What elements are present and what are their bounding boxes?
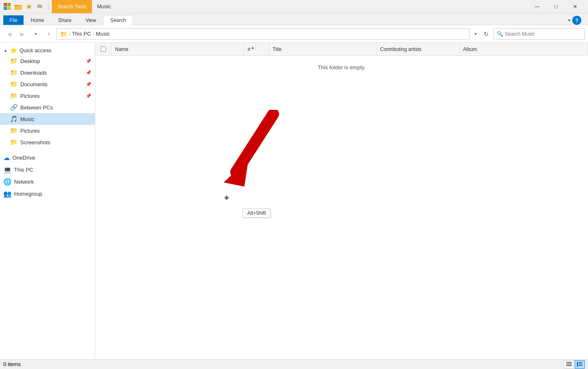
svg-rect-2 [4,7,7,10]
sidebar-section-network[interactable]: 🌐 Network [0,175,95,187]
sidebar-section-homegroup[interactable]: 👥 Homegroup [0,187,95,199]
svg-rect-16 [566,365,572,366]
path-folder-icon: 📁 [60,31,67,37]
refresh-button[interactable]: ↻ [480,28,492,40]
status-bar: 0 items [0,359,588,369]
svg-point-10 [38,5,39,6]
tab-search[interactable]: Search [103,15,133,25]
sidebar-item-screenshots[interactable]: 📁 Screenshots [0,136,95,148]
homegroup-icon: 👥 [3,190,12,198]
arrow-container [224,110,290,194]
minimize-button[interactable]: — [528,0,547,13]
path-music[interactable]: Music [96,31,110,37]
documents-label: Documents [20,81,48,87]
thispc-icon: 💻 [3,166,12,174]
list-view-button[interactable] [564,360,574,369]
sidebar-item-downloads[interactable]: 📁 Downloads 📌 [0,67,95,78]
svg-rect-15 [566,364,572,364]
back-button[interactable]: ◀ [3,28,15,40]
svg-marker-7 [26,4,32,9]
tooltip-box: Alt+Shift [243,209,270,218]
title-bar: Search Tools Music — □ ✕ [0,0,588,13]
sidebar-section-onedrive[interactable]: ☁ OneDrive [0,151,95,163]
window-controls: — □ ✕ [528,0,585,13]
red-arrow-svg [224,110,290,193]
desktop-icon: 📁 [10,57,18,65]
col-num-label: # [248,46,251,52]
up-button[interactable]: ↑ [43,28,55,40]
address-path[interactable]: 📁 › This PC › Music [56,28,470,40]
sidebar-item-pictures[interactable]: 📁 Pictures 📌 [0,90,95,102]
pictures2-label: Pictures [20,128,40,134]
col-header-name[interactable]: Name [112,43,244,56]
empty-folder-message: This folder is empty. [95,56,588,70]
window-title: Music [97,3,526,10]
col-album-label: Album [463,46,477,52]
tab-share[interactable]: Share [51,15,78,25]
ribbon: File Home Share View Search ▾ ? [0,13,588,25]
col-header-title[interactable]: Title [269,43,377,56]
pin-icon-documents: 📌 [86,82,92,87]
downloads-icon: 📁 [10,69,18,76]
onedrive-icon: ☁ [3,154,10,162]
svg-rect-18 [578,362,583,363]
svg-rect-0 [4,3,7,6]
close-button[interactable]: ✕ [566,0,585,13]
screenshots-icon: 📁 [10,138,18,146]
sidebar-item-pictures2[interactable]: 📁 Pictures [0,125,95,136]
tab-home[interactable]: Home [24,15,51,25]
detail-view-button[interactable] [575,360,585,369]
search-tools-label: Search Tools [58,4,86,10]
title-bar-icons [3,2,50,11]
dropdown-path-button[interactable]: ▾ [471,28,480,40]
search-input[interactable] [505,31,582,37]
dropdown-icon[interactable]: ▾ [568,17,571,23]
sidebar-item-music[interactable]: 🎵 Music [0,113,95,125]
tooltip-label: Alt+Shift [247,210,266,216]
music-icon: 🎵 [10,115,18,123]
pictures-icon: 📁 [10,92,18,100]
svg-point-11 [40,6,42,8]
forward-button[interactable]: ▶ [17,28,28,40]
search-box[interactable]: 🔍 [494,28,585,40]
file-list-header: ▲ Name # Title Contributing artists Albu… [95,43,588,56]
sidebar-item-desktop[interactable]: 📁 Desktop 📌 [0,55,95,67]
svg-rect-5 [14,6,22,10]
svg-rect-14 [566,362,572,363]
desktop-label: Desktop [20,58,40,64]
ribbon-tabs: File Home Share View Search ▾ ? [0,13,588,25]
network-label: Network [14,179,34,185]
pictures-label: Pictures [20,93,40,99]
tab-view[interactable]: View [78,15,103,25]
file-explorer-icon [14,2,22,11]
status-view-buttons [564,360,585,369]
screenshots-label: Screenshots [20,139,50,146]
path-this-pc[interactable]: This PC [72,31,91,37]
quick-access-icon[interactable] [25,2,33,11]
help-icon[interactable]: ? [572,16,581,25]
col-header-album[interactable]: Album [460,43,588,56]
sidebar-item-documents[interactable]: 📁 Documents 📌 [0,78,95,90]
search-tools-tab[interactable]: Search Tools [52,0,92,13]
maximize-button[interactable]: □ [547,0,566,13]
customize-icon[interactable] [36,2,44,11]
sort-arrow: ▲ [251,45,255,50]
sidebar-section-thispc[interactable]: 💻 This PC [0,163,95,175]
col-name-label: Name [115,46,128,52]
col-header-check[interactable] [95,43,112,56]
svg-rect-6 [14,5,17,6]
svg-rect-17 [577,362,578,367]
homegroup-label: Homegroup [14,191,42,197]
sidebar-item-betweenpcs[interactable]: 🔗 Between PCs [0,102,95,113]
tab-file[interactable]: File [3,15,24,25]
search-icon: 🔍 [496,31,503,37]
recent-locations-button[interactable]: ▾ [30,28,41,40]
col-header-num[interactable]: # [244,43,269,56]
file-list: ▲ Name # Title Contributing artists Albu… [95,43,588,359]
col-header-artists[interactable]: Contributing artists [377,43,460,56]
windows-logo-icon [3,2,12,11]
select-all-checkbox[interactable] [101,46,106,52]
pin-icon-downloads: 📌 [86,70,92,75]
sidebar: ▲ ⭐ Quick access 📁 Desktop 📌 📁 Downloads… [0,43,95,359]
sidebar-section-quick-access[interactable]: ▲ ⭐ Quick access [0,44,95,55]
